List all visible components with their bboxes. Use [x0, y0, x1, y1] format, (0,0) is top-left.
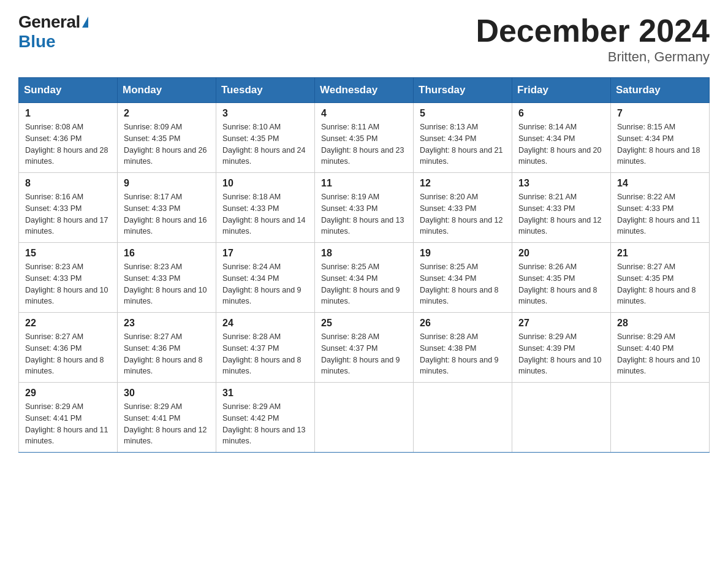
- calendar-cell: 2Sunrise: 8:09 AMSunset: 4:35 PMDaylight…: [118, 103, 216, 173]
- day-info: Sunrise: 8:14 AMSunset: 4:34 PMDaylight:…: [518, 121, 604, 167]
- day-info: Sunrise: 8:19 AMSunset: 4:33 PMDaylight:…: [321, 191, 407, 237]
- day-number: 21: [617, 248, 703, 259]
- calendar-cell: 4Sunrise: 8:11 AMSunset: 4:35 PMDaylight…: [315, 103, 414, 173]
- calendar-cell: 26Sunrise: 8:28 AMSunset: 4:38 PMDayligh…: [414, 313, 512, 383]
- day-number: 29: [25, 388, 111, 399]
- day-info: Sunrise: 8:23 AMSunset: 4:33 PMDaylight:…: [25, 261, 111, 307]
- calendar-cell: 22Sunrise: 8:27 AMSunset: 4:36 PMDayligh…: [19, 313, 118, 383]
- calendar-cell: 9Sunrise: 8:17 AMSunset: 4:33 PMDaylight…: [118, 173, 216, 243]
- day-info: Sunrise: 8:27 AMSunset: 4:35 PMDaylight:…: [617, 261, 703, 307]
- day-number: 8: [25, 178, 111, 189]
- day-info: Sunrise: 8:13 AMSunset: 4:34 PMDaylight:…: [420, 121, 506, 167]
- day-number: 10: [222, 178, 308, 189]
- calendar-cell: 5Sunrise: 8:13 AMSunset: 4:34 PMDaylight…: [414, 103, 512, 173]
- day-number: 14: [617, 178, 703, 189]
- calendar-cell: 14Sunrise: 8:22 AMSunset: 4:33 PMDayligh…: [611, 173, 710, 243]
- day-number: 31: [222, 388, 308, 399]
- day-info: Sunrise: 8:25 AMSunset: 4:34 PMDaylight:…: [420, 261, 506, 307]
- day-info: Sunrise: 8:09 AMSunset: 4:35 PMDaylight:…: [124, 121, 210, 167]
- calendar-cell: 7Sunrise: 8:15 AMSunset: 4:34 PMDaylight…: [611, 103, 710, 173]
- day-info: Sunrise: 8:27 AMSunset: 4:36 PMDaylight:…: [124, 331, 210, 377]
- title-section: December 2024 Britten, Germany: [476, 12, 710, 65]
- calendar-week-row: 1Sunrise: 8:08 AMSunset: 4:36 PMDaylight…: [19, 103, 710, 173]
- day-info: Sunrise: 8:10 AMSunset: 4:35 PMDaylight:…: [222, 121, 308, 167]
- day-number: 19: [420, 248, 506, 259]
- calendar-cell: 13Sunrise: 8:21 AMSunset: 4:33 PMDayligh…: [512, 173, 611, 243]
- day-number: 30: [124, 388, 210, 399]
- weekday-header-friday: Friday: [512, 78, 611, 103]
- day-number: 13: [518, 178, 604, 189]
- weekday-header-monday: Monday: [118, 78, 216, 103]
- calendar-week-row: 8Sunrise: 8:16 AMSunset: 4:33 PMDaylight…: [19, 173, 710, 243]
- day-number: 16: [124, 248, 210, 259]
- day-number: 6: [518, 108, 604, 119]
- calendar-cell: 19Sunrise: 8:25 AMSunset: 4:34 PMDayligh…: [414, 243, 512, 313]
- calendar-cell: [315, 383, 414, 453]
- calendar-cell: 16Sunrise: 8:23 AMSunset: 4:33 PMDayligh…: [118, 243, 216, 313]
- day-number: 12: [420, 178, 506, 189]
- day-info: Sunrise: 8:29 AMSunset: 4:42 PMDaylight:…: [222, 401, 308, 447]
- day-info: Sunrise: 8:08 AMSunset: 4:36 PMDaylight:…: [25, 121, 111, 167]
- weekday-header-sunday: Sunday: [19, 78, 118, 103]
- day-number: 5: [420, 108, 506, 119]
- day-number: 11: [321, 178, 407, 189]
- day-info: Sunrise: 8:24 AMSunset: 4:34 PMDaylight:…: [222, 261, 308, 307]
- calendar-cell: 17Sunrise: 8:24 AMSunset: 4:34 PMDayligh…: [216, 243, 315, 313]
- calendar-cell: 3Sunrise: 8:10 AMSunset: 4:35 PMDaylight…: [216, 103, 315, 173]
- day-number: 28: [617, 318, 703, 329]
- day-info: Sunrise: 8:25 AMSunset: 4:34 PMDaylight:…: [321, 261, 407, 307]
- calendar-header-row: SundayMondayTuesdayWednesdayThursdayFrid…: [19, 78, 710, 103]
- calendar-cell: 27Sunrise: 8:29 AMSunset: 4:39 PMDayligh…: [512, 313, 611, 383]
- day-number: 24: [222, 318, 308, 329]
- day-number: 3: [222, 108, 308, 119]
- day-number: 4: [321, 108, 407, 119]
- calendar-week-row: 22Sunrise: 8:27 AMSunset: 4:36 PMDayligh…: [19, 313, 710, 383]
- day-info: Sunrise: 8:29 AMSunset: 4:39 PMDaylight:…: [518, 331, 604, 377]
- day-number: 22: [25, 318, 111, 329]
- calendar-cell: [611, 383, 710, 453]
- day-number: 2: [124, 108, 210, 119]
- day-info: Sunrise: 8:26 AMSunset: 4:35 PMDaylight:…: [518, 261, 604, 307]
- day-number: 25: [321, 318, 407, 329]
- day-info: Sunrise: 8:17 AMSunset: 4:33 PMDaylight:…: [124, 191, 210, 237]
- calendar-cell: 8Sunrise: 8:16 AMSunset: 4:33 PMDaylight…: [19, 173, 118, 243]
- day-info: Sunrise: 8:28 AMSunset: 4:37 PMDaylight:…: [321, 331, 407, 377]
- day-number: 17: [222, 248, 308, 259]
- calendar-cell: 29Sunrise: 8:29 AMSunset: 4:41 PMDayligh…: [19, 383, 118, 453]
- day-info: Sunrise: 8:22 AMSunset: 4:33 PMDaylight:…: [617, 191, 703, 237]
- day-info: Sunrise: 8:15 AMSunset: 4:34 PMDaylight:…: [617, 121, 703, 167]
- calendar-cell: 15Sunrise: 8:23 AMSunset: 4:33 PMDayligh…: [19, 243, 118, 313]
- day-number: 1: [25, 108, 111, 119]
- calendar-cell: 10Sunrise: 8:18 AMSunset: 4:33 PMDayligh…: [216, 173, 315, 243]
- day-info: Sunrise: 8:18 AMSunset: 4:33 PMDaylight:…: [222, 191, 308, 237]
- calendar-cell: 6Sunrise: 8:14 AMSunset: 4:34 PMDaylight…: [512, 103, 611, 173]
- calendar-week-row: 29Sunrise: 8:29 AMSunset: 4:41 PMDayligh…: [19, 383, 710, 453]
- day-info: Sunrise: 8:29 AMSunset: 4:41 PMDaylight:…: [25, 401, 111, 447]
- day-info: Sunrise: 8:29 AMSunset: 4:40 PMDaylight:…: [617, 331, 703, 377]
- calendar-cell: 21Sunrise: 8:27 AMSunset: 4:35 PMDayligh…: [611, 243, 710, 313]
- day-number: 18: [321, 248, 407, 259]
- calendar-cell: [414, 383, 512, 453]
- calendar-week-row: 15Sunrise: 8:23 AMSunset: 4:33 PMDayligh…: [19, 243, 710, 313]
- calendar-cell: 28Sunrise: 8:29 AMSunset: 4:40 PMDayligh…: [611, 313, 710, 383]
- day-info: Sunrise: 8:21 AMSunset: 4:33 PMDaylight:…: [518, 191, 604, 237]
- page-header: General Blue December 2024 Britten, Germ…: [18, 12, 710, 65]
- day-number: 27: [518, 318, 604, 329]
- day-number: 9: [124, 178, 210, 189]
- calendar-cell: [512, 383, 611, 453]
- day-info: Sunrise: 8:23 AMSunset: 4:33 PMDaylight:…: [124, 261, 210, 307]
- day-number: 20: [518, 248, 604, 259]
- logo-triangle-icon: [82, 17, 88, 28]
- calendar-cell: 12Sunrise: 8:20 AMSunset: 4:33 PMDayligh…: [414, 173, 512, 243]
- weekday-header-wednesday: Wednesday: [315, 78, 414, 103]
- calendar-cell: 31Sunrise: 8:29 AMSunset: 4:42 PMDayligh…: [216, 383, 315, 453]
- day-info: Sunrise: 8:27 AMSunset: 4:36 PMDaylight:…: [25, 331, 111, 377]
- weekday-header-thursday: Thursday: [414, 78, 512, 103]
- logo-general-text: General: [18, 12, 80, 32]
- weekday-header-tuesday: Tuesday: [216, 78, 315, 103]
- day-info: Sunrise: 8:16 AMSunset: 4:33 PMDaylight:…: [25, 191, 111, 237]
- logo-blue-text: Blue: [18, 32, 56, 52]
- day-number: 26: [420, 318, 506, 329]
- page-subtitle: Britten, Germany: [476, 49, 710, 65]
- calendar-cell: 30Sunrise: 8:29 AMSunset: 4:41 PMDayligh…: [118, 383, 216, 453]
